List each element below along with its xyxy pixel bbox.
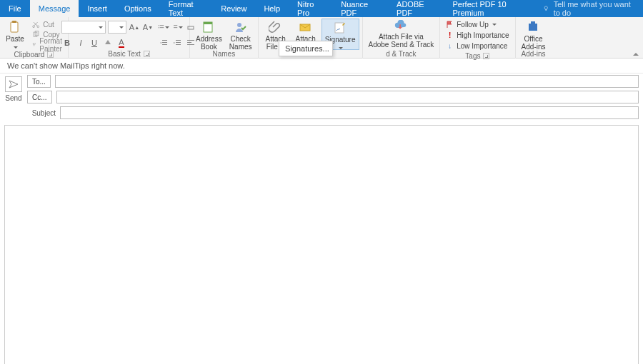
svg-rect-16 <box>162 40 167 41</box>
to-button[interactable]: To... <box>27 75 51 88</box>
tab-format-text[interactable]: Format Text <box>160 0 213 17</box>
basic-text-launcher[interactable] <box>144 51 150 57</box>
font-color-button[interactable]: A <box>116 37 127 49</box>
menubar: File Message Insert Options Format Text … <box>0 0 643 17</box>
format-painter-icon <box>32 41 36 49</box>
exclamation-icon: ! <box>446 31 454 39</box>
signature-icon <box>333 21 347 35</box>
svg-point-27 <box>237 23 241 27</box>
tab-nitro-pro[interactable]: Nitro Pro <box>289 0 332 17</box>
adobe-send-track-label: Attach File via Adobe Send & Track <box>369 33 434 49</box>
adobe-send-track-button[interactable]: Attach File via Adobe Send & Track <box>366 19 437 50</box>
bullets-button[interactable] <box>158 21 169 33</box>
tab-message[interactable]: Message <box>30 0 79 17</box>
to-input[interactable] <box>55 75 639 88</box>
mailtips-bar: We can't show MailTips right now. <box>0 59 643 74</box>
bold-button[interactable]: B <box>61 37 73 49</box>
check-names-label: Check Names <box>229 35 252 51</box>
indent-icon <box>173 39 181 47</box>
paste-icon <box>8 20 22 34</box>
highlight-icon <box>104 39 112 47</box>
group-clipboard: Paste Cut Copy Format Painter Clipboard <box>0 17 69 59</box>
addins-icon <box>527 20 541 34</box>
svg-rect-12 <box>160 27 164 28</box>
svg-rect-19 <box>176 40 181 41</box>
tab-nuance-pdf[interactable]: Nuance PDF <box>332 0 388 17</box>
cut-button[interactable]: Cut <box>32 20 66 29</box>
outdent-icon <box>159 39 168 47</box>
check-names-button[interactable]: Check Names <box>226 19 255 50</box>
chevron-down-icon <box>492 24 497 26</box>
tab-options[interactable]: Options <box>116 0 160 17</box>
group-clipboard-label: Clipboard <box>14 51 45 59</box>
high-importance-button[interactable]: ! High Importance <box>446 31 509 40</box>
numbering-button[interactable] <box>171 21 183 33</box>
office-addins-button[interactable]: Office Add-ins <box>519 19 549 50</box>
tell-me-search[interactable]: Tell me what you want to do <box>536 0 643 17</box>
highlight-button[interactable] <box>102 37 114 49</box>
increase-indent-button[interactable] <box>171 37 183 49</box>
tab-review[interactable]: Review <box>212 0 255 17</box>
svg-rect-10 <box>160 25 164 26</box>
tab-adobe-pdf[interactable]: ADOBE PDF <box>388 0 444 17</box>
chevron-down-icon <box>99 26 103 29</box>
tab-insert[interactable]: Insert <box>79 0 116 17</box>
svg-point-11 <box>159 27 160 29</box>
shrink-font-button[interactable]: A▼ <box>142 21 154 33</box>
svg-rect-13 <box>174 25 177 26</box>
chevron-down-icon <box>179 26 183 29</box>
subject-label: Subject <box>27 109 56 117</box>
font-size-combo[interactable] <box>108 21 126 34</box>
tab-file[interactable]: File <box>0 0 30 17</box>
clipboard-launcher[interactable] <box>47 51 54 58</box>
paperclip-icon <box>269 20 283 34</box>
decrease-indent-button[interactable] <box>158 37 169 49</box>
group-adobe: Attach File via Adobe Send & Track d & T… <box>363 17 441 59</box>
svg-rect-14 <box>174 27 177 28</box>
numbering-icon <box>171 23 178 31</box>
address-book-icon <box>201 20 216 34</box>
font-name-combo[interactable] <box>61 21 106 34</box>
compose-header: Send To... Cc... Subject <box>0 74 643 121</box>
bullets-icon <box>158 23 164 31</box>
send-button[interactable] <box>5 76 22 92</box>
svg-rect-20 <box>176 42 181 43</box>
svg-rect-8 <box>33 43 35 44</box>
svg-rect-26 <box>204 22 212 24</box>
svg-point-9 <box>159 25 160 26</box>
chevron-down-icon <box>165 26 169 29</box>
subject-input[interactable] <box>60 106 639 119</box>
high-importance-label: High Importance <box>457 31 509 39</box>
collapse-ribbon-button[interactable] <box>633 53 639 56</box>
group-adobe-label: d & Track <box>386 50 416 58</box>
cc-button[interactable]: Cc... <box>27 91 52 103</box>
svg-rect-21 <box>176 44 181 45</box>
grow-font-button[interactable]: A▲ <box>129 21 140 33</box>
group-tags: Follow Up ! High Importance ↓ Low Import… <box>440 17 515 59</box>
adobe-cloud-icon <box>394 20 408 32</box>
group-names-label: Names <box>213 50 236 58</box>
low-importance-button[interactable]: ↓ Low Importance <box>446 41 509 51</box>
svg-rect-18 <box>162 44 167 45</box>
tags-launcher[interactable] <box>483 53 489 59</box>
paste-button[interactable]: Paste <box>1 19 29 50</box>
svg-rect-31 <box>531 21 535 25</box>
group-tags-label: Tags <box>465 52 480 60</box>
address-book-button[interactable]: Address Book <box>193 19 225 50</box>
tab-perfect-pdf[interactable]: Perfect PDF 10 Premium <box>444 0 537 17</box>
underline-button[interactable]: U <box>89 37 100 49</box>
follow-up-button[interactable]: Follow Up <box>446 20 509 29</box>
message-body-editor[interactable] <box>4 125 639 364</box>
svg-rect-17 <box>162 42 167 43</box>
signature-dropdown: Signatures... <box>279 41 333 56</box>
cc-input[interactable] <box>56 91 639 103</box>
cut-label: Cut <box>43 21 54 29</box>
italic-button[interactable]: I <box>75 37 86 49</box>
svg-point-0 <box>544 6 547 9</box>
signatures-menu-item[interactable]: Signatures... <box>279 41 332 56</box>
group-basic-text: A▲ A▼ B I U A <box>69 17 190 59</box>
office-addins-label: Office Add-ins <box>522 35 546 51</box>
tab-help[interactable]: Help <box>255 0 289 17</box>
format-painter-button[interactable]: Format Painter <box>32 40 66 49</box>
group-addins-label: Add-ins <box>522 50 546 58</box>
